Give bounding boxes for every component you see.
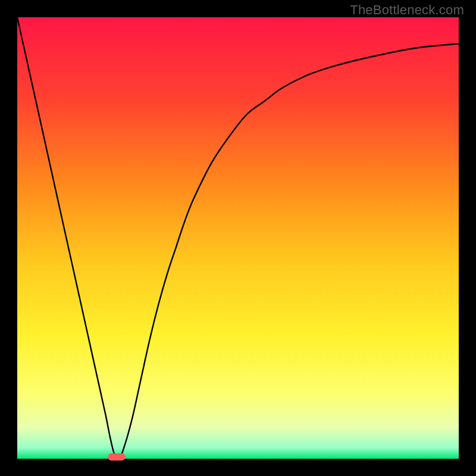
optimum-marker (108, 453, 126, 461)
bottleneck-chart (0, 0, 476, 476)
chart-frame: TheBottleneck.com (0, 0, 476, 476)
plot-background (17, 17, 459, 459)
watermark-text: TheBottleneck.com (350, 2, 464, 18)
